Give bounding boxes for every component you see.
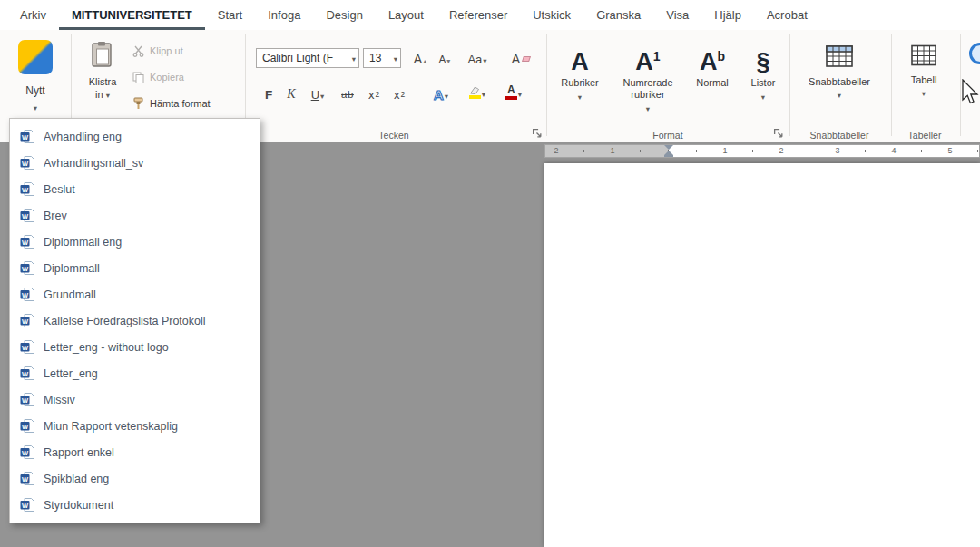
template-menu-item[interactable]: W Kallelse Föredragslista Protokoll [10,308,260,334]
template-name: Kallelse Föredragslista Protokoll [44,315,206,327]
template-menu-item[interactable]: W Missiv [10,386,260,413]
svg-text:W: W [22,344,29,352]
svg-text:W: W [22,317,29,326]
group-divider [891,34,892,136]
style-gallery-button[interactable]: A1 Numrerade rubriker [612,35,684,132]
template-menu-item[interactable]: W Beslut [10,176,260,202]
ruler-number: 5 [945,145,956,157]
template-menu-item[interactable]: W Spikblad eng [10,465,260,492]
template-menu-item[interactable]: W Grundmall [10,281,260,308]
horizontal-ruler[interactable]: 21 123456 [544,144,980,158]
ribbon-tab-label: Design [326,8,362,22]
word-document-icon: W [20,392,35,407]
template-name: Missiv [44,394,75,406]
ribbon-tab[interactable]: Design [313,0,375,30]
quick-tables-button[interactable]: Snabbtabeller [795,34,884,137]
tables-group-label: Tabeller [891,130,958,141]
template-menu-item[interactable]: W Miun Rapport vetenskaplig [10,413,260,439]
ribbon-tab[interactable]: Arkiv [7,0,59,30]
group-divider [789,34,790,136]
chevron-down-icon [578,91,582,102]
insert-table-label: Tabell [911,73,937,99]
svg-text:W: W [22,186,29,194]
style-gallery-button[interactable]: Ab Normal [686,35,739,132]
table-grid-icon [911,44,936,66]
ribbon-tab-label: Infoga [268,8,300,22]
word-document-icon: W [20,471,35,486]
template-name: Brev [44,210,67,222]
ribbon-tab-label: Utskick [533,8,571,22]
word-document-icon: W [20,129,35,144]
template-name: Diplommall [44,262,100,275]
svg-text:W: W [22,502,29,510]
template-menu-item[interactable]: W Diplommall [10,255,260,281]
svg-text:W: W [22,291,29,299]
chevron-down-icon [838,90,841,100]
template-menu-item[interactable]: W Letter_eng [10,360,260,386]
svg-text:W: W [22,423,29,431]
template-menu-item[interactable]: W Letter_eng - without logo [10,334,260,360]
svg-text:W: W [22,239,29,247]
word-document-icon: W [20,339,35,355]
style-glyph-icon: A [571,41,589,77]
template-name: Spikblad eng [44,473,109,485]
ribbon-tab-label: Start [218,8,242,22]
svg-text:W: W [22,396,29,405]
indent-markers[interactable] [662,145,675,157]
ribbon-tab[interactable]: MITTUNIVERSITETET [59,0,205,30]
ribbon-tab[interactable]: Acrobat [754,0,820,30]
style-gallery-button[interactable]: A Rubriker [550,35,610,132]
word-document-icon: W [20,208,35,223]
ribbon-tab[interactable]: Referenser [436,0,520,30]
svg-text:W: W [22,475,29,484]
format-group-label: Format [548,130,788,141]
svg-text:W: W [22,212,29,220]
ribbon-tab-label: Acrobat [767,8,808,22]
template-menu-item[interactable]: W Diplommall eng [10,229,260,255]
template-name: Avhandlingsmall_sv [44,157,143,170]
template-name: Avhandling eng [44,131,122,143]
template-name: Styrdokument [44,499,113,512]
quick-tables-label: Snabbtabeller [808,75,870,101]
template-name: Grundmall [44,288,96,301]
new-document-template-menu: W Avhandling eng W Avhandlingsmall_sv W [9,118,260,523]
ruler-number: 1 [720,145,730,157]
insert-table-button[interactable]: Tabell [895,34,953,137]
ribbon-tab[interactable]: Layout [376,0,436,30]
word-document-icon: W [20,366,35,381]
template-name: Letter_eng [44,367,98,380]
ribbon-tab[interactable]: Visa [653,0,701,30]
ribbon-tab-label: MITTUNIVERSITETET [72,8,192,22]
ribbon-tab-bar: Arkiv MITTUNIVERSITETET Start Infoga Des… [0,0,980,30]
template-menu-item[interactable]: W Rapport enkel [10,439,260,465]
template-menu-item[interactable]: W Styrdokument [10,492,260,518]
template-menu-item[interactable]: W Brev [10,202,260,229]
document-page[interactable] [544,163,980,547]
first-line-indent-marker[interactable] [664,145,673,150]
template-menu-item[interactable]: W Avhandling eng [10,123,260,150]
style-gallery-button[interactable]: § Listor [740,35,786,132]
mouse-cursor [960,79,980,106]
ruler-number: 2 [551,145,562,157]
word-document-icon: W [20,260,35,276]
ribbon-tab-label: Hjälp [714,8,741,22]
ribbon-tab[interactable]: Infoga [255,0,313,30]
ruler-number: 4 [888,145,899,157]
ribbon-tab[interactable]: Hjälp [701,0,754,30]
ribbon-tab[interactable]: Granska [583,0,653,30]
svg-text:W: W [22,449,29,457]
word-document-icon: W [20,287,35,302]
svg-text:W: W [22,133,29,142]
word-document-icon: W [20,181,35,197]
template-name: Diplommall eng [44,236,122,249]
word-document-icon: W [20,234,35,249]
left-indent-marker[interactable] [664,155,673,157]
word-document-icon: W [20,313,35,328]
style-glyph-icon: A1 [635,41,660,77]
style-glyph-icon: Ab [700,41,725,77]
ribbon-tab[interactable]: Start [205,0,255,30]
template-menu-item[interactable]: W Avhandlingsmall_sv [10,150,260,176]
dialog-launcher-icon[interactable] [773,128,784,139]
ribbon-tab[interactable]: Utskick [520,0,583,30]
word-document-icon: W [20,444,35,460]
